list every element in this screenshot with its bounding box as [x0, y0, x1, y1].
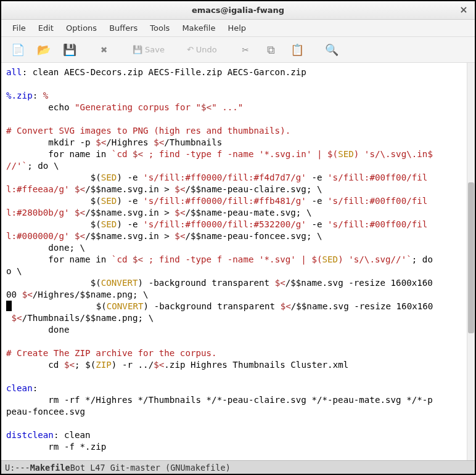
- copy-button[interactable]: ⧉: [260, 39, 283, 60]
- scrollbar-thumb[interactable]: [468, 182, 474, 333]
- window-titlebar: emacs@igalia-fwang ×: [1, 1, 475, 20]
- menu-options[interactable]: Options: [60, 21, 103, 35]
- undo-icon: ↶: [187, 45, 194, 54]
- toolbar: 📄 📂 💾 ✖ 💾Save ↶Undo ✂ ⧉ 📋 🔍: [1, 37, 475, 63]
- save-icon: 💾: [63, 43, 76, 56]
- save-button[interactable]: 💾: [58, 39, 81, 60]
- close-icon: ✖: [101, 43, 108, 56]
- new-file-button[interactable]: 📄: [6, 39, 30, 60]
- open-file-button[interactable]: 📂: [32, 39, 55, 60]
- menu-buffers[interactable]: Buffers: [103, 21, 144, 35]
- mode-line: U:--- Makefile Bot L47 Git-master (GNUma…: [1, 460, 475, 474]
- open-folder-icon: 📂: [37, 43, 51, 56]
- mode-line-status: Bot L47 Git-master (GNUmakefile): [70, 463, 231, 473]
- menu-tools[interactable]: Tools: [144, 21, 176, 35]
- window-title: emacs@igalia-fwang: [192, 6, 284, 15]
- editor-scrollbar[interactable]: [467, 63, 475, 460]
- menu-edit[interactable]: Edit: [32, 21, 60, 35]
- cut-button[interactable]: ✂: [234, 39, 257, 60]
- undo-button[interactable]: ↶Undo: [181, 39, 223, 60]
- menu-makefile[interactable]: Makefile: [176, 21, 221, 35]
- window-close-button[interactable]: ×: [458, 4, 470, 16]
- paste-button[interactable]: 📋: [285, 39, 309, 60]
- editor-area[interactable]: all: clean AECS-Decors.zip AECS-Fille.zi…: [1, 63, 475, 460]
- mode-line-prefix: U:---: [5, 463, 30, 473]
- close-button[interactable]: ✖: [92, 39, 116, 60]
- menu-bar: File Edit Options Buffers Tools Makefile…: [1, 20, 475, 37]
- paste-icon: 📋: [290, 43, 304, 56]
- cut-icon: ✂: [242, 43, 248, 56]
- search-button[interactable]: 🔍: [320, 39, 343, 60]
- mode-line-buffer-name: Makefile: [30, 463, 70, 473]
- new-file-icon: 📄: [11, 43, 25, 56]
- text-cursor: [6, 301, 12, 311]
- menu-help[interactable]: Help: [221, 21, 252, 35]
- menu-file[interactable]: File: [6, 21, 32, 35]
- copy-icon: ⧉: [267, 43, 275, 57]
- search-icon: 🔍: [325, 43, 339, 56]
- text-editor[interactable]: all: clean AECS-Decors.zip AECS-Fille.zi…: [1, 63, 475, 460]
- save-icon-2: 💾: [133, 45, 142, 54]
- save-labeled-button[interactable]: 💾Save: [127, 39, 170, 60]
